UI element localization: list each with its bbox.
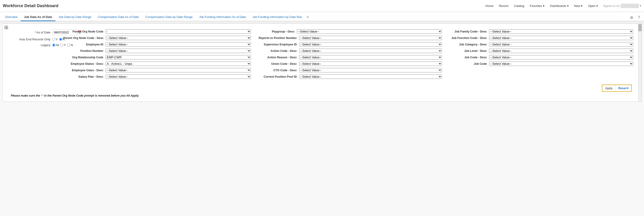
settings-icon[interactable]: ⚙ xyxy=(628,14,635,21)
as-of-date-row: As of Date 📅 xyxy=(11,29,57,35)
job-level-desc-label: Job Level - Desc xyxy=(446,49,488,53)
current-position-pool-id-select[interactable]: --Select Value-- xyxy=(299,74,442,79)
job-code-select[interactable]: --Select Value-- xyxy=(489,62,633,66)
tab-overview[interactable]: Overview xyxy=(2,13,21,21)
legacy-label: Legacy xyxy=(11,43,52,47)
action-code-desc-row: Action Code - Desc --Select Value-- xyxy=(254,49,442,53)
nav-catalog[interactable]: Catalog xyxy=(512,3,526,9)
legacy-all-label[interactable]: All xyxy=(52,43,59,47)
supervisor-employee-id-wrapper: --Select Value-- xyxy=(299,42,442,47)
union-code-desc-wrapper: --Select Value-- xyxy=(299,62,442,66)
employee-class-desc-select[interactable]: --Select Value-- xyxy=(106,68,251,72)
left-column: As of Date 📅 Auto End Records Only Y N xyxy=(11,29,62,81)
salary-plan-desc-select[interactable]: --Select Value-- xyxy=(106,74,251,79)
job-level-desc-select[interactable]: --Select Value-- xyxy=(489,49,633,53)
app-title: Workforce Detail Dashboard xyxy=(3,4,58,8)
position-number-row: Position Number --Select Value-- xyxy=(63,49,251,53)
salary-plan-desc-label: Salary Plan - Desc xyxy=(63,75,105,78)
employee-id-label: Employee ID xyxy=(63,43,105,46)
job-code-desc-wrapper: --Select Value-- xyxy=(489,55,633,60)
paygroup-desc-wrapper: --Select Value-- xyxy=(297,29,442,34)
tab-job-funding-date-range[interactable]: Job Funding Information by Date Ran xyxy=(249,13,305,21)
salary-plan-desc-row: Salary Plan - Desc --Select Value-- xyxy=(63,74,251,79)
parent-org-node-desc-label: Parent Org Node Code - Desc xyxy=(63,37,105,40)
scrollbar[interactable] xyxy=(638,24,642,101)
nav-dashboards[interactable]: Dashboards xyxy=(548,3,571,9)
employee-status-desc-row: Employee Status - Desc A - Active;L - Un… xyxy=(63,62,251,66)
salary-plan-desc-wrapper: --Select Value-- xyxy=(106,74,251,79)
union-code-desc-select[interactable]: --Select Value-- xyxy=(299,62,442,66)
nav-home[interactable]: Home xyxy=(483,3,496,9)
employee-class-desc-row: Employee Class - Desc --Select Value-- xyxy=(63,68,251,72)
supervisor-employee-id-select[interactable]: --Select Value-- xyxy=(299,42,442,47)
nav-new[interactable]: New xyxy=(572,3,585,9)
signed-in-label: Signed In As xyxy=(603,4,620,8)
tab-job-data-as-of-date[interactable]: Job Data As of Date xyxy=(21,13,55,21)
tab-job-funding-as-of-date[interactable]: Job Funding Information As of Date xyxy=(196,13,249,21)
job-code-wrapper: --Select Value-- xyxy=(489,62,633,66)
job-family-code-desc-select[interactable]: --Select Value-- xyxy=(489,29,633,34)
apply-button[interactable]: Apply xyxy=(602,85,616,91)
signed-in-chevron-icon[interactable]: ▾ xyxy=(640,4,641,7)
action-reason-desc-label: Action Reason - Desc xyxy=(254,56,298,59)
nav-open[interactable]: Open xyxy=(586,3,600,9)
current-position-pool-id-row: Current Position Pool ID --Select Value-… xyxy=(254,74,442,79)
current-position-pool-id-wrapper: --Select Value-- xyxy=(299,74,442,79)
tab-compensation-as-of-date[interactable]: Compensation Data As of Date xyxy=(94,13,142,21)
main-content: ◂ As of Date 📅 Auto End Records Only xyxy=(0,24,644,216)
job-family-code-desc-row: Job Family Code - Desc --Select Value-- xyxy=(446,29,633,34)
tab-overflow-icon[interactable]: » xyxy=(306,13,310,21)
scrollbar-thumb[interactable] xyxy=(638,24,642,31)
job-level-desc-row: Job Level - Desc --Select Value-- xyxy=(446,49,633,53)
employee-status-desc-select[interactable]: A - Active;L - Unpa --Select Value-- xyxy=(106,62,251,66)
legacy-all-radio[interactable] xyxy=(52,44,55,47)
filter-col-4: Job Family Code - Desc --Select Value-- … xyxy=(444,29,635,81)
employee-id-wrapper: --Select Value-- xyxy=(106,42,251,47)
auto-end-y-label[interactable]: Y xyxy=(52,38,58,41)
paygroup-desc-row: Paygroup - Desc --Select Value-- xyxy=(254,29,442,34)
supervisor-employee-id-row: Supervisor Employee ID --Select Value-- xyxy=(254,42,442,47)
nav-recent[interactable]: Recent xyxy=(497,3,511,9)
action-reason-desc-wrapper: --Select Value-- xyxy=(299,55,442,60)
employee-class-desc-wrapper: --Select Value-- xyxy=(106,68,251,72)
reports-to-position-select[interactable]: --Select Value-- xyxy=(299,36,442,40)
help-icon[interactable]: ? xyxy=(636,14,642,21)
auto-end-y-radio[interactable] xyxy=(52,38,55,41)
position-number-select[interactable]: --Select Value-- xyxy=(106,49,251,53)
employee-id-row: Employee ID --Select Value-- xyxy=(63,42,251,47)
panel-collapse-button[interactable]: ◂ xyxy=(4,26,8,29)
filter-col-2: Parent Org Node Code - --Select Value-- … xyxy=(62,29,253,81)
auto-end-records-label: Auto End Records Only xyxy=(11,38,52,41)
action-bar: Apply Reset ▾ xyxy=(5,83,639,93)
filter-panel: ◂ As of Date 📅 Auto End Records Only xyxy=(2,24,642,102)
reset-label: Reset xyxy=(618,86,626,90)
action-reason-desc-select[interactable]: --Select Value-- xyxy=(299,55,442,60)
parent-org-node-code-select[interactable]: - --Select Value-- xyxy=(106,29,251,34)
job-category-desc-select[interactable]: --Select Value-- xyxy=(489,42,633,47)
reports-to-position-label: Reports to Position Number xyxy=(254,37,298,40)
cto-code-desc-select[interactable]: --Select Value-- xyxy=(299,68,442,72)
job-code-desc-row: Job Code - Desc --Select Value-- xyxy=(446,55,633,60)
tab-job-data-date-range[interactable]: Job Data by Date Range xyxy=(56,13,94,21)
parent-org-node-code-wrapper: - --Select Value-- xyxy=(106,29,251,34)
job-function-code-desc-select[interactable]: --Select Value-- xyxy=(489,36,633,40)
job-code-desc-select[interactable]: --Select Value-- xyxy=(489,55,633,60)
job-function-code-desc-wrapper: --Select Value-- xyxy=(489,36,633,40)
job-category-desc-row: Job Category - Desc --Select Value-- xyxy=(446,42,633,47)
employee-status-desc-label: Employee Status - Desc xyxy=(63,62,105,66)
parent-org-node-desc-select[interactable]: --Select Value-- xyxy=(106,36,251,40)
union-code-desc-row: Union Code - Desc --Select Value-- xyxy=(254,62,442,66)
cto-code-desc-wrapper: --Select Value-- xyxy=(299,68,442,72)
reset-button[interactable]: Reset ▾ xyxy=(616,85,631,91)
action-code-desc-label: Action Code - Desc xyxy=(254,49,298,53)
paygroup-desc-select[interactable]: --Select Value-- xyxy=(297,29,442,34)
action-button-group: Apply Reset ▾ xyxy=(602,85,632,92)
org-relationship-code-select[interactable]: EMP;CWR --Select Value-- xyxy=(106,55,251,60)
action-code-desc-select[interactable]: --Select Value-- xyxy=(299,49,442,53)
job-family-code-desc-wrapper: --Select Value-- xyxy=(489,29,633,34)
nav-favorites[interactable]: Favorites xyxy=(528,3,547,9)
reports-to-position-row: Reports to Position Number --Select Valu… xyxy=(254,36,442,40)
employee-id-select[interactable]: --Select Value-- xyxy=(106,42,251,47)
tab-compensation-date-range[interactable]: Compensation Data by Date Range xyxy=(142,13,196,21)
as-of-date-label: As of Date xyxy=(11,31,52,34)
